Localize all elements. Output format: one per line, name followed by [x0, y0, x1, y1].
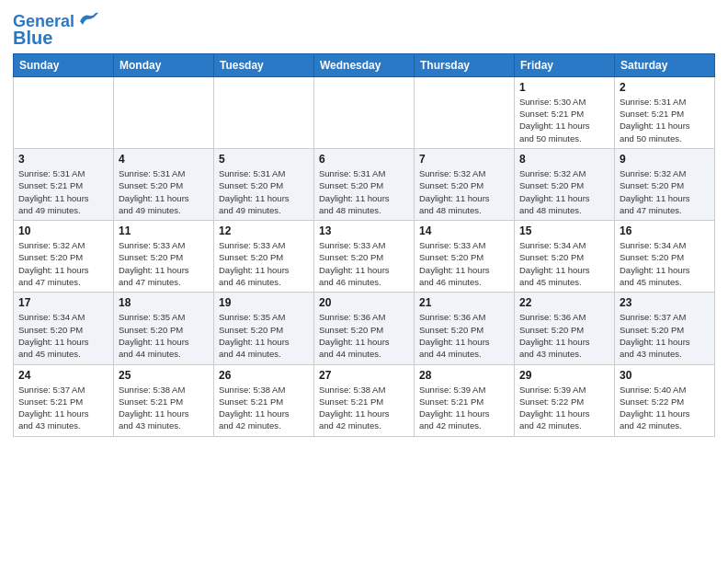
day-number: 23 — [620, 296, 710, 309]
calendar-week-row: 17Sunrise: 5:34 AM Sunset: 5:20 PM Dayli… — [14, 293, 715, 364]
day-number: 1 — [519, 81, 609, 94]
calendar-cell: 28Sunrise: 5:39 AM Sunset: 5:21 PM Dayli… — [415, 364, 515, 436]
cell-content: Sunrise: 5:34 AM Sunset: 5:20 PM Dayligh… — [519, 239, 609, 288]
calendar-cell: 6Sunrise: 5:31 AM Sunset: 5:20 PM Daylig… — [314, 148, 415, 220]
calendar-cell: 23Sunrise: 5:37 AM Sunset: 5:20 PM Dayli… — [615, 293, 715, 364]
cell-content: Sunrise: 5:31 AM Sunset: 5:20 PM Dayligh… — [119, 167, 209, 216]
day-number: 20 — [319, 296, 409, 309]
calendar-cell — [415, 76, 515, 148]
day-header-thursday: Thursday — [415, 53, 515, 76]
calendar-cell: 30Sunrise: 5:40 AM Sunset: 5:22 PM Dayli… — [615, 364, 715, 436]
cell-content: Sunrise: 5:36 AM Sunset: 5:20 PM Dayligh… — [519, 311, 609, 360]
calendar-week-row: 1Sunrise: 5:30 AM Sunset: 5:21 PM Daylig… — [14, 76, 715, 148]
cell-content: Sunrise: 5:32 AM Sunset: 5:20 PM Dayligh… — [18, 239, 108, 288]
cell-content: Sunrise: 5:38 AM Sunset: 5:21 PM Dayligh… — [219, 384, 309, 432]
day-number: 25 — [119, 369, 209, 382]
calendar-cell: 4Sunrise: 5:31 AM Sunset: 5:20 PM Daylig… — [114, 148, 214, 220]
cell-content: Sunrise: 5:31 AM Sunset: 5:20 PM Dayligh… — [319, 167, 409, 216]
calendar-cell: 27Sunrise: 5:38 AM Sunset: 5:21 PM Dayli… — [314, 364, 415, 436]
cell-content: Sunrise: 5:31 AM Sunset: 5:21 PM Dayligh… — [620, 96, 710, 144]
cell-content: Sunrise: 5:37 AM Sunset: 5:20 PM Dayligh… — [620, 311, 710, 360]
calendar-cell: 10Sunrise: 5:32 AM Sunset: 5:20 PM Dayli… — [14, 221, 114, 293]
cell-content: Sunrise: 5:32 AM Sunset: 5:20 PM Dayligh… — [620, 167, 710, 216]
day-header-saturday: Saturday — [615, 53, 715, 76]
calendar-cell: 20Sunrise: 5:36 AM Sunset: 5:20 PM Dayli… — [314, 293, 415, 364]
calendar-cell: 9Sunrise: 5:32 AM Sunset: 5:20 PM Daylig… — [615, 148, 715, 220]
cell-content: Sunrise: 5:32 AM Sunset: 5:20 PM Dayligh… — [519, 167, 609, 216]
page-header: General Blue — [13, 9, 715, 48]
calendar-cell: 1Sunrise: 5:30 AM Sunset: 5:21 PM Daylig… — [515, 76, 615, 148]
calendar-cell: 15Sunrise: 5:34 AM Sunset: 5:20 PM Dayli… — [515, 221, 615, 293]
calendar-cell — [14, 76, 114, 148]
cell-content: Sunrise: 5:31 AM Sunset: 5:21 PM Dayligh… — [18, 167, 108, 216]
calendar-cell: 13Sunrise: 5:33 AM Sunset: 5:20 PM Dayli… — [314, 221, 415, 293]
calendar-cell: 12Sunrise: 5:33 AM Sunset: 5:20 PM Dayli… — [214, 221, 314, 293]
day-number: 4 — [119, 153, 209, 166]
calendar-week-row: 10Sunrise: 5:32 AM Sunset: 5:20 PM Dayli… — [14, 221, 715, 293]
calendar-cell: 3Sunrise: 5:31 AM Sunset: 5:21 PM Daylig… — [14, 148, 114, 220]
day-number: 12 — [219, 224, 309, 237]
day-number: 24 — [18, 369, 108, 382]
calendar-cell: 24Sunrise: 5:37 AM Sunset: 5:21 PM Dayli… — [14, 364, 114, 436]
cell-content: Sunrise: 5:39 AM Sunset: 5:22 PM Dayligh… — [519, 384, 609, 432]
day-number: 30 — [620, 369, 710, 382]
day-number: 6 — [319, 153, 409, 166]
day-number: 15 — [519, 224, 609, 237]
day-number: 2 — [620, 81, 710, 94]
calendar-cell — [114, 76, 214, 148]
calendar-cell: 5Sunrise: 5:31 AM Sunset: 5:20 PM Daylig… — [214, 148, 314, 220]
day-number: 22 — [519, 296, 609, 309]
calendar-cell: 2Sunrise: 5:31 AM Sunset: 5:21 PM Daylig… — [615, 76, 715, 148]
cell-content: Sunrise: 5:38 AM Sunset: 5:21 PM Dayligh… — [319, 384, 409, 432]
calendar-cell: 22Sunrise: 5:36 AM Sunset: 5:20 PM Dayli… — [515, 293, 615, 364]
calendar-cell: 26Sunrise: 5:38 AM Sunset: 5:21 PM Dayli… — [214, 364, 314, 436]
calendar-table: SundayMondayTuesdayWednesdayThursdayFrid… — [13, 53, 715, 437]
cell-content: Sunrise: 5:33 AM Sunset: 5:20 PM Dayligh… — [319, 239, 409, 288]
cell-content: Sunrise: 5:35 AM Sunset: 5:20 PM Dayligh… — [219, 311, 309, 360]
cell-content: Sunrise: 5:31 AM Sunset: 5:20 PM Dayligh… — [219, 167, 309, 216]
calendar-cell — [214, 76, 314, 148]
day-number: 5 — [219, 153, 309, 166]
calendar-cell: 11Sunrise: 5:33 AM Sunset: 5:20 PM Dayli… — [114, 221, 214, 293]
day-number: 9 — [620, 153, 710, 166]
day-number: 28 — [419, 369, 509, 382]
cell-content: Sunrise: 5:37 AM Sunset: 5:21 PM Dayligh… — [18, 384, 108, 432]
day-number: 13 — [319, 224, 409, 237]
calendar-cell: 18Sunrise: 5:35 AM Sunset: 5:20 PM Dayli… — [114, 293, 214, 364]
cell-content: Sunrise: 5:38 AM Sunset: 5:21 PM Dayligh… — [119, 384, 209, 432]
day-header-wednesday: Wednesday — [314, 53, 415, 76]
cell-content: Sunrise: 5:33 AM Sunset: 5:20 PM Dayligh… — [219, 239, 309, 288]
logo: General Blue — [13, 13, 98, 48]
day-header-tuesday: Tuesday — [214, 53, 314, 76]
day-number: 26 — [219, 369, 309, 382]
day-header-friday: Friday — [515, 53, 615, 76]
cell-content: Sunrise: 5:36 AM Sunset: 5:20 PM Dayligh… — [419, 311, 509, 360]
calendar-cell — [314, 76, 415, 148]
day-header-sunday: Sunday — [14, 53, 114, 76]
cell-content: Sunrise: 5:35 AM Sunset: 5:20 PM Dayligh… — [119, 311, 209, 360]
cell-content: Sunrise: 5:34 AM Sunset: 5:20 PM Dayligh… — [18, 311, 108, 360]
cell-content: Sunrise: 5:36 AM Sunset: 5:20 PM Dayligh… — [319, 311, 409, 360]
day-number: 17 — [18, 296, 108, 309]
cell-content: Sunrise: 5:30 AM Sunset: 5:21 PM Dayligh… — [519, 96, 609, 144]
calendar-week-row: 24Sunrise: 5:37 AM Sunset: 5:21 PM Dayli… — [14, 364, 715, 436]
day-number: 19 — [219, 296, 309, 309]
day-number: 8 — [519, 153, 609, 166]
calendar-cell: 17Sunrise: 5:34 AM Sunset: 5:20 PM Dayli… — [14, 293, 114, 364]
calendar-cell: 7Sunrise: 5:32 AM Sunset: 5:20 PM Daylig… — [415, 148, 515, 220]
logo-blue: Blue — [13, 28, 52, 48]
cell-content: Sunrise: 5:33 AM Sunset: 5:20 PM Dayligh… — [419, 239, 509, 288]
day-number: 3 — [18, 153, 108, 166]
day-number: 29 — [519, 369, 609, 382]
day-number: 14 — [419, 224, 509, 237]
calendar-cell: 8Sunrise: 5:32 AM Sunset: 5:20 PM Daylig… — [515, 148, 615, 220]
day-number: 27 — [319, 369, 409, 382]
calendar-cell: 29Sunrise: 5:39 AM Sunset: 5:22 PM Dayli… — [515, 364, 615, 436]
cell-content: Sunrise: 5:40 AM Sunset: 5:22 PM Dayligh… — [620, 384, 710, 432]
logo-bird-icon — [78, 12, 98, 29]
cell-content: Sunrise: 5:34 AM Sunset: 5:20 PM Dayligh… — [620, 239, 710, 288]
day-number: 18 — [119, 296, 209, 309]
day-number: 21 — [419, 296, 509, 309]
calendar-cell: 19Sunrise: 5:35 AM Sunset: 5:20 PM Dayli… — [214, 293, 314, 364]
calendar-cell: 25Sunrise: 5:38 AM Sunset: 5:21 PM Dayli… — [114, 364, 214, 436]
